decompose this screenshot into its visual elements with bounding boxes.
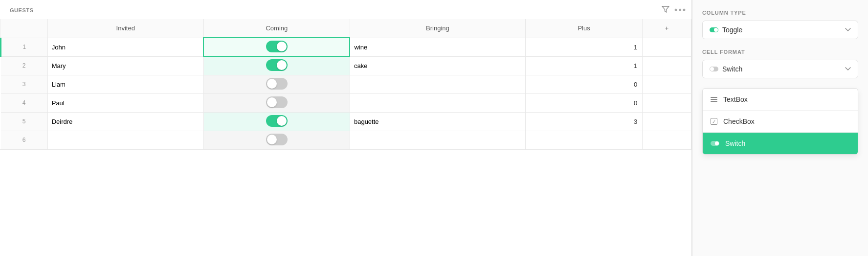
add-column-button[interactable]: +	[643, 19, 691, 38]
add-col-cell	[643, 131, 691, 149]
toggle-switch[interactable]	[266, 134, 288, 145]
guest-table: Invited Coming Bringing Plus + 1Johnwine…	[0, 19, 691, 149]
invited-cell[interactable]: Deirdre	[47, 112, 203, 131]
add-col-cell	[643, 93, 691, 112]
filter-icon[interactable]	[662, 6, 669, 14]
toggle-switch[interactable]	[266, 78, 288, 90]
table-row: 5Deirdrebaguette3	[1, 112, 691, 131]
cell-format-label: CELL FORMAT	[702, 49, 858, 55]
empty-table-area	[0, 149, 691, 256]
cell-format-chevron	[845, 66, 851, 72]
table-row: 3Liam0	[1, 75, 691, 93]
row-number: 2	[1, 56, 48, 75]
table-row: 4Paul0	[1, 93, 691, 112]
invited-cell[interactable]	[47, 131, 203, 149]
bringing-cell[interactable]: cake	[350, 56, 525, 75]
row-number: 4	[1, 93, 48, 112]
invited-cell[interactable]: Paul	[47, 93, 203, 112]
table-row: 6	[1, 131, 691, 149]
row-number: 1	[1, 38, 48, 56]
bringing-cell[interactable]	[350, 75, 525, 93]
bringing-cell[interactable]: baguette	[350, 112, 525, 131]
invited-cell[interactable]: Liam	[47, 75, 203, 93]
add-col-cell	[643, 56, 691, 75]
column-header-row: Invited Coming Bringing Plus +	[1, 19, 691, 38]
plus-cell[interactable]: 1	[525, 56, 642, 75]
checkbox-icon: ✓	[711, 118, 717, 125]
invited-header[interactable]: Invited	[47, 19, 203, 38]
plus-cell[interactable]	[525, 131, 642, 149]
column-type-value: Toggle	[722, 26, 742, 34]
plus-header[interactable]: Plus	[525, 19, 642, 38]
checkbox-label: CheckBox	[723, 117, 755, 125]
textbox-icon	[711, 97, 717, 102]
column-type-dropdown[interactable]: Toggle	[702, 21, 858, 39]
dropdown-item-switch[interactable]: Switch	[703, 133, 858, 154]
toggle-switch[interactable]	[266, 41, 288, 52]
toggle-switch[interactable]	[266, 115, 288, 127]
toggle-type-icon	[710, 27, 718, 32]
bringing-cell[interactable]	[350, 93, 525, 112]
row-number: 5	[1, 112, 48, 131]
coming-cell[interactable]	[203, 112, 350, 131]
right-panel: COLUMN TYPE Toggle CELL FORMAT Switch Te…	[692, 0, 868, 256]
cell-format-value: Switch	[722, 65, 742, 73]
add-col-cell	[643, 38, 691, 56]
cell-format-dropdown[interactable]: Switch	[702, 60, 858, 78]
switch-label: Switch	[725, 140, 745, 147]
switch-icon	[711, 141, 719, 146]
dropdown-item-checkbox[interactable]: ✓ CheckBox	[703, 111, 858, 133]
rownum-header	[1, 19, 48, 38]
column-type-label: COLUMN TYPE	[702, 10, 858, 16]
coming-cell[interactable]	[203, 75, 350, 93]
cell-format-icon	[710, 67, 718, 71]
coming-header[interactable]: Coming	[203, 19, 350, 38]
coming-cell[interactable]	[203, 38, 350, 56]
plus-cell[interactable]: 0	[525, 93, 642, 112]
bringing-cell[interactable]: wine	[350, 38, 525, 56]
column-type-chevron	[845, 26, 851, 33]
coming-cell[interactable]	[203, 56, 350, 75]
column-type-dropdown-left: Toggle	[710, 26, 742, 34]
plus-cell[interactable]: 3	[525, 112, 642, 131]
plus-cell[interactable]: 1	[525, 38, 642, 56]
invited-cell[interactable]: Mary	[47, 56, 203, 75]
cell-format-menu: TextBox ✓ CheckBox Switch	[702, 88, 858, 155]
table-panel: GUESTS ••• Invited Coming Bringing Plus …	[0, 0, 692, 256]
table-row: 1Johnwine1	[1, 38, 691, 56]
toggle-switch[interactable]	[266, 96, 288, 108]
table-row: 2Marycake1	[1, 56, 691, 75]
spreadsheet-wrapper: Invited Coming Bringing Plus + 1Johnwine…	[0, 19, 691, 149]
invited-cell[interactable]: John	[47, 38, 203, 56]
coming-cell[interactable]	[203, 93, 350, 112]
more-icon[interactable]: •••	[674, 5, 687, 15]
cell-format-dropdown-left: Switch	[710, 65, 742, 73]
toggle-switch[interactable]	[266, 59, 288, 71]
bringing-header[interactable]: Bringing	[350, 19, 525, 38]
coming-cell[interactable]	[203, 131, 350, 149]
table-title: GUESTS	[10, 7, 34, 13]
dropdown-item-textbox[interactable]: TextBox	[703, 89, 858, 111]
plus-cell[interactable]: 0	[525, 75, 642, 93]
row-number: 6	[1, 131, 48, 149]
textbox-label: TextBox	[723, 95, 748, 103]
add-col-cell	[643, 75, 691, 93]
table-title-row: GUESTS •••	[0, 5, 691, 19]
row-number: 3	[1, 75, 48, 93]
table-header-icons: •••	[662, 5, 687, 15]
add-col-cell	[643, 112, 691, 131]
bringing-cell[interactable]	[350, 131, 525, 149]
